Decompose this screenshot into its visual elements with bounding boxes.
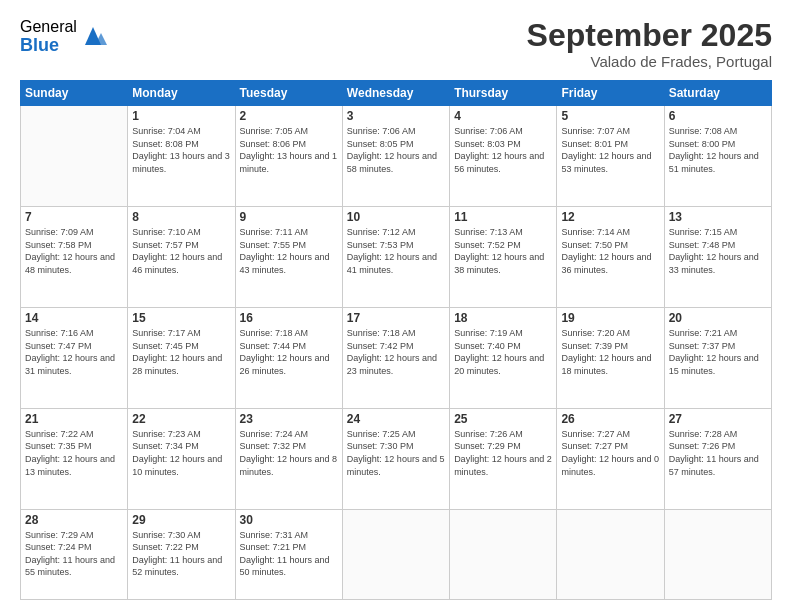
table-row: 1Sunrise: 7:04 AMSunset: 8:08 PMDaylight… <box>128 106 235 207</box>
table-row <box>664 509 771 599</box>
col-thursday: Thursday <box>450 81 557 106</box>
day-number: 13 <box>669 210 767 224</box>
day-info: Sunrise: 7:13 AMSunset: 7:52 PMDaylight:… <box>454 226 552 276</box>
table-row: 13Sunrise: 7:15 AMSunset: 7:48 PMDayligh… <box>664 207 771 308</box>
col-saturday: Saturday <box>664 81 771 106</box>
day-info: Sunrise: 7:30 AMSunset: 7:22 PMDaylight:… <box>132 529 230 579</box>
col-monday: Monday <box>128 81 235 106</box>
logo-blue: Blue <box>20 36 77 56</box>
day-number: 10 <box>347 210 445 224</box>
day-info: Sunrise: 7:19 AMSunset: 7:40 PMDaylight:… <box>454 327 552 377</box>
day-number: 30 <box>240 513 338 527</box>
logo: General Blue <box>20 18 107 55</box>
day-info: Sunrise: 7:11 AMSunset: 7:55 PMDaylight:… <box>240 226 338 276</box>
day-number: 14 <box>25 311 123 325</box>
day-number: 21 <box>25 412 123 426</box>
day-number: 23 <box>240 412 338 426</box>
day-number: 11 <box>454 210 552 224</box>
day-info: Sunrise: 7:28 AMSunset: 7:26 PMDaylight:… <box>669 428 767 478</box>
calendar-table: Sunday Monday Tuesday Wednesday Thursday… <box>20 80 772 600</box>
table-row: 4Sunrise: 7:06 AMSunset: 8:03 PMDaylight… <box>450 106 557 207</box>
table-row: 2Sunrise: 7:05 AMSunset: 8:06 PMDaylight… <box>235 106 342 207</box>
day-number: 12 <box>561 210 659 224</box>
day-info: Sunrise: 7:14 AMSunset: 7:50 PMDaylight:… <box>561 226 659 276</box>
logo-general: General <box>20 18 77 36</box>
table-row: 10Sunrise: 7:12 AMSunset: 7:53 PMDayligh… <box>342 207 449 308</box>
table-row: 12Sunrise: 7:14 AMSunset: 7:50 PMDayligh… <box>557 207 664 308</box>
day-info: Sunrise: 7:10 AMSunset: 7:57 PMDaylight:… <box>132 226 230 276</box>
table-row: 16Sunrise: 7:18 AMSunset: 7:44 PMDayligh… <box>235 307 342 408</box>
table-row: 22Sunrise: 7:23 AMSunset: 7:34 PMDayligh… <box>128 408 235 509</box>
logo-text: General Blue <box>20 18 77 55</box>
table-row: 29Sunrise: 7:30 AMSunset: 7:22 PMDayligh… <box>128 509 235 599</box>
page: General Blue September 2025 Valado de Fr… <box>0 0 792 612</box>
day-info: Sunrise: 7:06 AMSunset: 8:05 PMDaylight:… <box>347 125 445 175</box>
title-block: September 2025 Valado de Frades, Portuga… <box>527 18 772 70</box>
day-number: 3 <box>347 109 445 123</box>
day-info: Sunrise: 7:16 AMSunset: 7:47 PMDaylight:… <box>25 327 123 377</box>
day-info: Sunrise: 7:22 AMSunset: 7:35 PMDaylight:… <box>25 428 123 478</box>
day-info: Sunrise: 7:17 AMSunset: 7:45 PMDaylight:… <box>132 327 230 377</box>
day-number: 15 <box>132 311 230 325</box>
day-number: 18 <box>454 311 552 325</box>
day-info: Sunrise: 7:25 AMSunset: 7:30 PMDaylight:… <box>347 428 445 478</box>
day-info: Sunrise: 7:15 AMSunset: 7:48 PMDaylight:… <box>669 226 767 276</box>
table-row: 23Sunrise: 7:24 AMSunset: 7:32 PMDayligh… <box>235 408 342 509</box>
col-friday: Friday <box>557 81 664 106</box>
day-info: Sunrise: 7:18 AMSunset: 7:42 PMDaylight:… <box>347 327 445 377</box>
day-info: Sunrise: 7:04 AMSunset: 8:08 PMDaylight:… <box>132 125 230 175</box>
day-info: Sunrise: 7:27 AMSunset: 7:27 PMDaylight:… <box>561 428 659 478</box>
header: General Blue September 2025 Valado de Fr… <box>20 18 772 70</box>
table-row <box>557 509 664 599</box>
col-tuesday: Tuesday <box>235 81 342 106</box>
day-number: 26 <box>561 412 659 426</box>
day-info: Sunrise: 7:05 AMSunset: 8:06 PMDaylight:… <box>240 125 338 175</box>
day-number: 6 <box>669 109 767 123</box>
table-row: 9Sunrise: 7:11 AMSunset: 7:55 PMDaylight… <box>235 207 342 308</box>
col-wednesday: Wednesday <box>342 81 449 106</box>
table-row: 20Sunrise: 7:21 AMSunset: 7:37 PMDayligh… <box>664 307 771 408</box>
day-info: Sunrise: 7:29 AMSunset: 7:24 PMDaylight:… <box>25 529 123 579</box>
day-number: 5 <box>561 109 659 123</box>
day-number: 28 <box>25 513 123 527</box>
table-row: 26Sunrise: 7:27 AMSunset: 7:27 PMDayligh… <box>557 408 664 509</box>
header-row: Sunday Monday Tuesday Wednesday Thursday… <box>21 81 772 106</box>
table-row <box>342 509 449 599</box>
table-row: 17Sunrise: 7:18 AMSunset: 7:42 PMDayligh… <box>342 307 449 408</box>
table-row: 15Sunrise: 7:17 AMSunset: 7:45 PMDayligh… <box>128 307 235 408</box>
logo-icon <box>79 23 107 51</box>
day-info: Sunrise: 7:23 AMSunset: 7:34 PMDaylight:… <box>132 428 230 478</box>
table-row: 28Sunrise: 7:29 AMSunset: 7:24 PMDayligh… <box>21 509 128 599</box>
day-number: 24 <box>347 412 445 426</box>
day-number: 19 <box>561 311 659 325</box>
table-row: 14Sunrise: 7:16 AMSunset: 7:47 PMDayligh… <box>21 307 128 408</box>
day-info: Sunrise: 7:31 AMSunset: 7:21 PMDaylight:… <box>240 529 338 579</box>
table-row <box>21 106 128 207</box>
table-row: 24Sunrise: 7:25 AMSunset: 7:30 PMDayligh… <box>342 408 449 509</box>
day-number: 29 <box>132 513 230 527</box>
day-info: Sunrise: 7:06 AMSunset: 8:03 PMDaylight:… <box>454 125 552 175</box>
day-number: 17 <box>347 311 445 325</box>
day-info: Sunrise: 7:20 AMSunset: 7:39 PMDaylight:… <box>561 327 659 377</box>
day-number: 16 <box>240 311 338 325</box>
day-number: 22 <box>132 412 230 426</box>
day-info: Sunrise: 7:09 AMSunset: 7:58 PMDaylight:… <box>25 226 123 276</box>
table-row: 27Sunrise: 7:28 AMSunset: 7:26 PMDayligh… <box>664 408 771 509</box>
day-number: 8 <box>132 210 230 224</box>
day-info: Sunrise: 7:24 AMSunset: 7:32 PMDaylight:… <box>240 428 338 478</box>
table-row: 21Sunrise: 7:22 AMSunset: 7:35 PMDayligh… <box>21 408 128 509</box>
day-info: Sunrise: 7:12 AMSunset: 7:53 PMDaylight:… <box>347 226 445 276</box>
location-subtitle: Valado de Frades, Portugal <box>527 53 772 70</box>
day-info: Sunrise: 7:08 AMSunset: 8:00 PMDaylight:… <box>669 125 767 175</box>
table-row: 30Sunrise: 7:31 AMSunset: 7:21 PMDayligh… <box>235 509 342 599</box>
day-number: 4 <box>454 109 552 123</box>
table-row: 5Sunrise: 7:07 AMSunset: 8:01 PMDaylight… <box>557 106 664 207</box>
table-row: 7Sunrise: 7:09 AMSunset: 7:58 PMDaylight… <box>21 207 128 308</box>
day-number: 1 <box>132 109 230 123</box>
table-row: 8Sunrise: 7:10 AMSunset: 7:57 PMDaylight… <box>128 207 235 308</box>
day-number: 20 <box>669 311 767 325</box>
day-info: Sunrise: 7:21 AMSunset: 7:37 PMDaylight:… <box>669 327 767 377</box>
month-title: September 2025 <box>527 18 772 53</box>
day-number: 9 <box>240 210 338 224</box>
day-info: Sunrise: 7:18 AMSunset: 7:44 PMDaylight:… <box>240 327 338 377</box>
